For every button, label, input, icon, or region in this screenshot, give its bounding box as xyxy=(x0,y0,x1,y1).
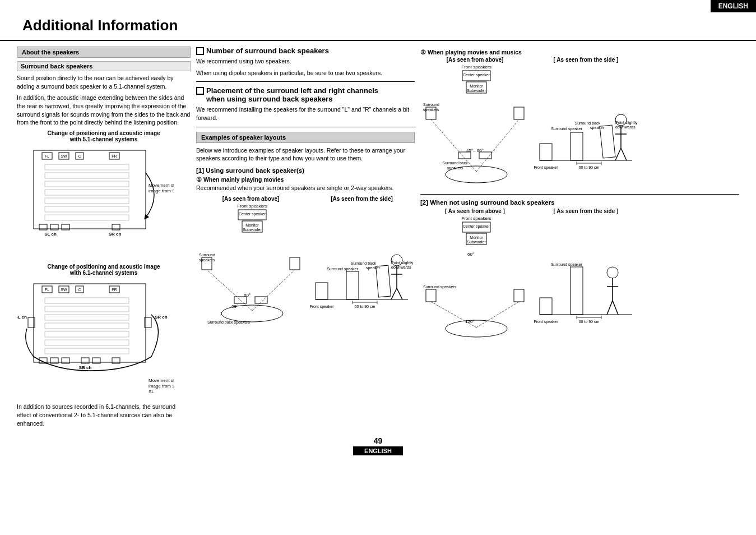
svg-text:C: C xyxy=(78,288,81,292)
above-diagram-1: Front speakers Center speaker Monitor Su… xyxy=(196,204,305,328)
svg-point-54 xyxy=(221,305,283,322)
examples-body: Below we introduce examples of speaker l… xyxy=(196,146,415,163)
svg-text:speakers: speakers xyxy=(423,108,439,112)
svg-text:SL: SL xyxy=(149,389,154,394)
svg-rect-135 xyxy=(426,289,436,302)
svg-line-80 xyxy=(391,288,397,299)
svg-line-63 xyxy=(207,270,252,311)
side-label2: [ As seen from the side ] xyxy=(534,57,638,63)
svg-rect-112 xyxy=(571,132,583,160)
svg-text:FL: FL xyxy=(45,288,49,292)
svg-text:SL ch: SL ch xyxy=(44,232,57,237)
svg-text:Monitor: Monitor xyxy=(470,84,483,88)
side-diagram-1: Front speaker Surround speaker Surround … xyxy=(310,204,414,328)
svg-text:downwards: downwards xyxy=(615,125,636,129)
svg-text:120°: 120° xyxy=(465,319,475,324)
svg-rect-39 xyxy=(45,348,129,354)
section2-title: [2] When not using surround back speaker… xyxy=(420,199,739,206)
svg-rect-37 xyxy=(45,331,129,337)
svg-text:Surround back: Surround back xyxy=(350,261,376,265)
svg-text:SR ch: SR ch xyxy=(109,232,122,237)
svg-text:45°– 60°: 45°– 60° xyxy=(466,148,484,153)
svg-rect-113 xyxy=(600,125,615,158)
svg-text:Surround speaker: Surround speaker xyxy=(551,127,582,131)
svg-text:SB ch: SB ch xyxy=(79,365,92,370)
num-surround-title: Number of surround back speakers xyxy=(196,47,415,55)
svg-text:60°: 60° xyxy=(467,252,474,257)
when1-title: ① When mainly playing movies xyxy=(196,176,415,183)
diagram-6-1-channel: FL SW C FR xyxy=(17,278,174,396)
above-diagram-3: Front speakers Center speaker Monitor Su… xyxy=(420,216,530,345)
svg-text:SL ch: SL ch xyxy=(17,315,27,320)
svg-text:SR ch: SR ch xyxy=(155,315,168,320)
svg-text:Movement of acoustic: Movement of acoustic xyxy=(149,183,174,188)
num-surround-body1: We recommend using two speakers. xyxy=(196,57,415,66)
svg-line-64 xyxy=(252,270,295,311)
diagram1-title: Change of positioning and acoustic image… xyxy=(17,130,191,142)
svg-rect-38 xyxy=(45,340,129,345)
svg-rect-73 xyxy=(316,283,328,299)
svg-line-138 xyxy=(476,302,519,328)
svg-rect-36 xyxy=(45,323,129,329)
side-diagram-3: Front speaker Surround speaker 60 to xyxy=(534,216,638,345)
svg-line-81 xyxy=(397,288,402,299)
svg-text:speaker: speaker xyxy=(590,126,605,130)
svg-text:Center speaker: Center speaker xyxy=(463,73,490,77)
diagram2-title: Change of positioning and acoustic image… xyxy=(17,264,191,276)
svg-rect-75 xyxy=(346,271,359,299)
svg-rect-15 xyxy=(45,215,129,220)
svg-text:Surround back speakers: Surround back speakers xyxy=(207,320,250,325)
side-diagram-2: Front speaker Surround speaker Surround … xyxy=(534,65,638,188)
svg-text:speakers: speakers xyxy=(447,166,463,170)
svg-text:Front speaker: Front speaker xyxy=(310,305,334,309)
svg-text:Subwoofer: Subwoofer xyxy=(467,240,486,244)
diagram-5-1-channel: FL SW C FR SL c xyxy=(17,145,174,257)
side-label1: [As seen from the side] xyxy=(310,196,414,202)
section1-diagrams: [As seen from above] Front speakers Cent… xyxy=(196,196,415,329)
above-label3: [ As seen from above ] xyxy=(420,208,530,214)
svg-text:60°: 60° xyxy=(231,304,238,309)
when1-body: Recommended when your surround speakers … xyxy=(196,184,415,192)
svg-rect-62 xyxy=(290,257,300,270)
checkbox-icon-2 xyxy=(196,87,204,95)
svg-text:Center speaker: Center speaker xyxy=(463,224,490,229)
svg-rect-136 xyxy=(514,289,524,302)
svg-text:Monitor: Monitor xyxy=(470,236,483,239)
svg-text:60 to 90 cm: 60 to 90 cm xyxy=(355,305,375,308)
svg-rect-143 xyxy=(540,298,552,315)
svg-text:SW: SW xyxy=(61,288,67,292)
about-speakers-header: About the speakers xyxy=(17,47,191,58)
svg-text:SW: SW xyxy=(61,154,67,158)
left-column: About the speakers Surround back speaker… xyxy=(17,41,191,431)
svg-rect-14 xyxy=(45,206,129,212)
svg-text:Surround back: Surround back xyxy=(442,161,468,165)
svg-text:image from SR to SB to: image from SR to SB to xyxy=(149,384,174,389)
svg-rect-76 xyxy=(376,265,391,297)
svg-text:Surround speaker: Surround speaker xyxy=(327,267,358,271)
svg-rect-13 xyxy=(45,198,129,204)
svg-point-128 xyxy=(446,320,507,337)
svg-rect-34 xyxy=(45,306,129,312)
svg-line-149 xyxy=(607,301,613,315)
svg-text:60 to 90 cm: 60 to 90 cm xyxy=(579,320,600,324)
svg-text:speakers: speakers xyxy=(199,258,215,262)
svg-line-150 xyxy=(613,301,618,315)
page-title: Additional Information xyxy=(0,0,756,41)
svg-text:Subwoofer: Subwoofer xyxy=(467,89,486,93)
svg-rect-11 xyxy=(45,181,129,187)
english-top-tab: ENGLISH xyxy=(711,0,756,12)
num-surround-body2: When using dipolar speakers in particula… xyxy=(196,69,415,77)
svg-text:Surround: Surround xyxy=(199,253,215,257)
section1-title: [1] Using surround back speaker(s) xyxy=(196,167,415,174)
svg-text:Front speakers: Front speakers xyxy=(461,216,491,221)
svg-text:Surround: Surround xyxy=(423,103,439,107)
mid-column: Number of surround back speakers We reco… xyxy=(196,41,415,431)
svg-rect-33 xyxy=(45,298,129,303)
svg-rect-145 xyxy=(571,267,583,315)
when2-title: ② When playing movies and musics xyxy=(420,49,739,56)
svg-text:Front speakers: Front speakers xyxy=(461,65,491,70)
surround-body2: In addition, the acoustic image extendin… xyxy=(17,94,191,127)
svg-rect-10 xyxy=(45,173,129,178)
placement-title: Placement of the surround left and right… xyxy=(196,86,415,103)
side-label3: [ As seen from the side ] xyxy=(534,208,638,214)
